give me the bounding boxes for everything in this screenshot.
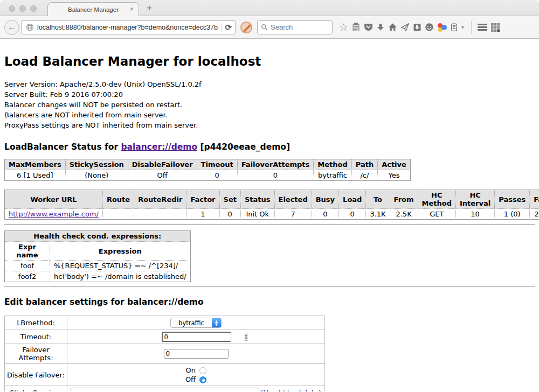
loadbalancer-status-heading: LoadBalancer Status for balancer://demo … bbox=[4, 142, 535, 152]
sticky-session-input[interactable] bbox=[71, 388, 259, 391]
failover-off-radio[interactable] bbox=[199, 376, 206, 383]
table-row: http://www.example.com/ 1 0 Init Ok 7 0 … bbox=[5, 209, 539, 220]
reload-icon[interactable]: ⟳ bbox=[225, 23, 232, 32]
edit-balancer-heading: Edit balancer settings for balancer://de… bbox=[4, 297, 535, 307]
clipboard-icon[interactable] bbox=[351, 23, 361, 32]
radio-on-label: On bbox=[186, 366, 196, 374]
url-text[interactable]: localhost:8880/balancer-manager?b=demo&n… bbox=[37, 24, 218, 31]
tab-grid-icon[interactable] bbox=[490, 23, 500, 32]
sticky-session-label: Sticky Session: bbox=[5, 386, 67, 392]
minimize-window-button[interactable] bbox=[19, 5, 26, 12]
tab-balancer-manager[interactable]: Balancer Manager × bbox=[47, 2, 139, 16]
palette-dots-icon[interactable] bbox=[437, 23, 447, 32]
timeout-field-wrap: ▲▼ bbox=[162, 332, 231, 342]
content-blocked-icon[interactable] bbox=[240, 22, 252, 33]
sticky-session-hint: (Use '-' to delete) bbox=[260, 389, 321, 392]
lbmethod-label: LBmethod: bbox=[5, 316, 67, 330]
tab-title: Balancer Manager bbox=[68, 6, 119, 13]
worker-url-link[interactable]: http://www.example.com/ bbox=[9, 210, 99, 218]
failover-on-radio[interactable] bbox=[199, 367, 206, 374]
persist-note-line: Balancer changes will NOT be persisted o… bbox=[4, 100, 535, 110]
tab-bar: Balancer Manager × + bbox=[0, 0, 539, 16]
url-bar[interactable]: localhost:8880/balancer-manager?b=demo&n… bbox=[21, 20, 236, 34]
close-window-button[interactable] bbox=[9, 5, 15, 12]
sticky-session-row: Sticky Session: (Use '-' to delete) bbox=[5, 386, 325, 392]
server-version-line: Server Version: Apache/2.5.0-dev (Unix) … bbox=[4, 79, 535, 89]
radio-off-label: Off bbox=[185, 375, 196, 383]
health-check-table: Health check cond. expressions: Expr nam… bbox=[4, 230, 191, 282]
table-row: 6 [1 Used] (None) Off 0 0 bytraffic /c/ … bbox=[5, 170, 411, 181]
disable-failover-row: Disable Failover: On Off bbox=[5, 364, 325, 386]
search-icon bbox=[261, 24, 268, 31]
table-header-row: MaxMembers StickySession DisableFailover… bbox=[5, 159, 411, 170]
table-row: foof2 hc('body') =~ /domain is establish… bbox=[5, 271, 191, 282]
server-built-line: Server Built: Feb 9 2016 07:00:20 bbox=[4, 89, 535, 100]
send-plane-icon[interactable] bbox=[400, 23, 410, 32]
new-tab-button[interactable]: + bbox=[147, 3, 152, 13]
failover-attempts-label: Failover Attempts: bbox=[5, 344, 67, 364]
search-input[interactable] bbox=[271, 23, 324, 31]
table-header-row: Expr name Expression bbox=[5, 242, 191, 261]
globe-icon bbox=[26, 23, 34, 31]
page-content: Load Balancer Manager for localhost Serv… bbox=[0, 39, 539, 391]
navigation-toolbar: ← localhost:8880/balancer-manager?b=demo… bbox=[0, 16, 539, 39]
divider bbox=[4, 224, 535, 225]
bookmark-star-icon[interactable]: ☆ bbox=[339, 21, 348, 33]
page-title: Load Balancer Manager for localhost bbox=[4, 39, 535, 68]
divider bbox=[4, 286, 535, 288]
search-bar[interactable] bbox=[257, 20, 333, 34]
dropdown-caret-icon[interactable]: ▼ bbox=[460, 25, 465, 30]
pocket-icon[interactable] bbox=[364, 23, 373, 32]
balancer-demo-link[interactable]: balancer://demo bbox=[121, 142, 197, 152]
lbmethod-select[interactable]: bytraffic ▲▼ bbox=[170, 318, 222, 328]
close-tab-icon[interactable]: × bbox=[129, 5, 134, 13]
timeout-row: Timeout: ▲▼ bbox=[5, 330, 325, 344]
disable-failover-label: Disable Failover: bbox=[5, 364, 67, 386]
table-row: foof %{REQUEST_STATUS} =~ /^[234]/ bbox=[5, 261, 191, 271]
select-stepper-icon: ▲▼ bbox=[212, 318, 221, 327]
edit-balancer-form: LBmethod: bytraffic ▲▼ Timeout: ▲▼ bbox=[4, 316, 325, 391]
home-icon[interactable] bbox=[388, 23, 397, 32]
save-panel-icon[interactable] bbox=[413, 23, 421, 32]
table-header-row: Worker URL Route RouteRedir Factor Set S… bbox=[5, 190, 539, 209]
number-stepper-icon[interactable]: ▲▼ bbox=[245, 333, 248, 341]
timeout-label: Timeout: bbox=[5, 330, 67, 344]
failover-attempts-row: Failover Attempts: bbox=[5, 344, 325, 364]
sidebar-battery-icon[interactable] bbox=[450, 23, 458, 32]
balancer-status-table: MaxMembers StickySession DisableFailover… bbox=[4, 159, 411, 181]
back-button[interactable]: ← bbox=[4, 20, 19, 35]
balancers-note-line: Balancers are NOT inherited from main se… bbox=[4, 110, 535, 120]
proxypass-note-line: ProxyPass settings are NOT inherited fro… bbox=[4, 120, 535, 130]
lbmethod-row: LBmethod: bytraffic ▲▼ bbox=[5, 316, 325, 330]
zoom-window-button[interactable] bbox=[30, 5, 37, 12]
failover-attempts-input[interactable] bbox=[164, 349, 229, 359]
server-info: Server Version: Apache/2.5.0-dev (Unix) … bbox=[4, 79, 535, 130]
hamburger-menu-icon[interactable] bbox=[478, 23, 487, 32]
window-controls[interactable] bbox=[9, 5, 37, 12]
health-table-title: Health check cond. expressions: bbox=[5, 231, 191, 242]
chat-smiley-icon[interactable] bbox=[425, 23, 434, 32]
timeout-input[interactable] bbox=[163, 333, 245, 341]
downloads-icon[interactable] bbox=[376, 23, 385, 32]
worker-status-table: Worker URL Route RouteRedir Factor Set S… bbox=[4, 190, 539, 220]
browser-window: Balancer Manager × + ← localhost:8880/ba… bbox=[0, 0, 539, 392]
